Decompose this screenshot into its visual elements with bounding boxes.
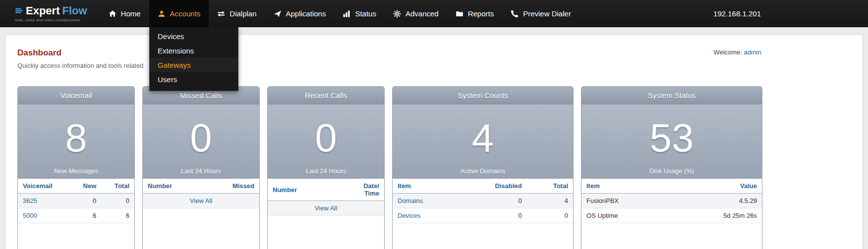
column-header: Total xyxy=(527,179,573,194)
column-header: Disabled xyxy=(459,179,527,194)
column-header: Number xyxy=(143,179,203,194)
view-all-cell: View All xyxy=(143,194,259,208)
dropdown-item-devices[interactable]: Devices xyxy=(150,29,238,44)
card-number: 8 xyxy=(65,118,87,158)
welcome-text: Welcome: admin xyxy=(713,49,761,56)
card-hero: 53Disk Usage (%) xyxy=(581,104,762,179)
logo-tagline: chat, voice and video contactcenter xyxy=(15,18,87,22)
user-icon xyxy=(158,10,166,18)
table-row: Devices00 xyxy=(393,208,573,223)
dropdown-item-gateways[interactable]: Gateways xyxy=(150,58,238,72)
nav-item-reports[interactable]: Reports xyxy=(447,0,503,27)
table-cell: 0 xyxy=(101,194,134,208)
card-hero: 0Last 24 Hours xyxy=(143,104,259,179)
nav-item-preview-dialer[interactable]: Preview Dialer xyxy=(502,0,579,27)
card-caption: Active Domains xyxy=(393,167,573,175)
column-header: Value xyxy=(670,179,762,194)
card-table: VoicemailNewTotal362500500066 xyxy=(18,179,134,223)
card-recent-calls: Recent Calls0Last 24 HoursNumberDate/ Ti… xyxy=(267,86,385,249)
row-link[interactable]: Domains xyxy=(398,197,423,204)
nav-item-label: Reports xyxy=(468,9,494,18)
card-number: 0 xyxy=(190,118,212,158)
card-voicemail: Voicemail8New MessagesVoicemailNewTotal3… xyxy=(17,86,135,249)
table-cell: 4 xyxy=(527,194,573,208)
table-row: Domains04 xyxy=(393,194,573,208)
app-logo[interactable]: ExpertFlow chat, voice and video contact… xyxy=(15,0,87,27)
status-icon xyxy=(343,10,350,18)
table-row: OS Uptime5d 25m 26s xyxy=(581,208,762,223)
row-link[interactable]: Devices xyxy=(398,212,420,219)
row-link[interactable]: 5000 xyxy=(23,212,37,219)
nav-item-label: Accounts xyxy=(170,9,201,18)
table-cell: 0 xyxy=(527,208,573,223)
main-panel: Dashboard Quickly access information and… xyxy=(5,34,863,249)
table-cell: 5000 xyxy=(18,208,70,223)
nav-item-advanced[interactable]: Advanced xyxy=(385,0,447,27)
accounts-dropdown-menu: DevicesExtensionsGatewaysUsers xyxy=(149,27,238,91)
row-link[interactable]: 3625 xyxy=(23,197,37,204)
card-caption: Disk Usage (%) xyxy=(581,167,762,175)
nav-item-accounts[interactable]: Accounts xyxy=(149,0,209,27)
card-title: Voicemail xyxy=(18,87,134,104)
table-cell: 6 xyxy=(101,208,134,223)
table-row: View All xyxy=(268,201,384,216)
dropdown-item-users[interactable]: Users xyxy=(150,72,238,87)
logo-text-expert: Expert xyxy=(26,5,59,16)
table-cell: 0 xyxy=(70,194,101,208)
table-header-row: VoicemailNewTotal xyxy=(18,179,134,194)
table-cell: 4.5.29 xyxy=(670,194,762,208)
view-all-link[interactable]: View All xyxy=(315,204,337,212)
card-number: 0 xyxy=(315,118,337,158)
dashboard-cards: Voicemail8New MessagesVoicemailNewTotal3… xyxy=(5,69,863,249)
table-cell: Devices xyxy=(393,208,459,223)
top-navbar: ExpertFlow chat, voice and video contact… xyxy=(0,0,868,27)
table-row: FusionPBX4.5.29 xyxy=(581,194,762,208)
welcome-label: Welcome: xyxy=(713,49,742,56)
column-header: Item xyxy=(393,179,459,194)
card-table: ItemValueFusionPBX4.5.29OS Uptime5d 25m … xyxy=(581,179,762,223)
page-subtitle: Quickly access information and tools rel… xyxy=(17,62,863,69)
table-row: View All xyxy=(143,194,259,208)
dialplan-icon xyxy=(217,10,225,18)
table-cell: 6 xyxy=(70,208,101,223)
table-header-row: ItemDisabledTotal xyxy=(393,179,573,194)
table-header-row: NumberMissed xyxy=(143,179,259,194)
nav-item-label: Preview Dialer xyxy=(523,9,571,18)
nav-item-home[interactable]: Home xyxy=(100,0,149,27)
card-number: 4 xyxy=(472,118,494,158)
table-row: 362500 xyxy=(18,194,134,208)
table-row: 500066 xyxy=(18,208,134,223)
nav-item-status[interactable]: Status xyxy=(334,0,385,27)
table-cell: FusionPBX xyxy=(581,194,670,208)
view-all-link[interactable]: View All xyxy=(190,197,212,204)
nav-item-label: Home xyxy=(121,9,141,18)
nav-item-label: Advanced xyxy=(405,9,439,18)
card-hero: 4Active Domains xyxy=(393,104,573,179)
logo-text-flow: Flow xyxy=(62,5,87,16)
home-icon xyxy=(109,10,116,18)
column-header: Total xyxy=(101,179,134,194)
nav-item-label: Dialplan xyxy=(230,9,256,18)
logo-icon xyxy=(15,6,23,15)
welcome-user-link[interactable]: admin xyxy=(744,49,761,56)
table-cell: 3625 xyxy=(18,194,70,208)
table-cell: 5d 25m 26s xyxy=(670,208,762,223)
card-caption: Last 24 Hours xyxy=(143,167,259,175)
table-header-row: ItemValue xyxy=(581,179,762,194)
server-ip: 192.168.1.201 xyxy=(713,0,868,27)
column-header: Date/ Time xyxy=(334,179,384,201)
card-caption: New Messages xyxy=(18,167,134,175)
card-title: System Status xyxy=(581,87,762,104)
table-cell: OS Uptime xyxy=(581,208,670,223)
table-header-row: NumberDate/ Time xyxy=(268,179,384,201)
nav-item-applications[interactable]: Applications xyxy=(265,0,335,27)
table-cell: 0 xyxy=(459,208,527,223)
card-table: NumberMissedView All xyxy=(143,179,259,208)
card-caption: Last 24 Hours xyxy=(268,167,384,175)
page-header: Dashboard Quickly access information and… xyxy=(5,35,863,69)
table-cell: Domains xyxy=(393,194,459,208)
logo-icon xyxy=(15,6,23,15)
column-header: Voicemail xyxy=(18,179,70,194)
nav-item-dialplan[interactable]: Dialplan xyxy=(209,0,265,27)
dropdown-item-extensions[interactable]: Extensions xyxy=(150,44,238,58)
